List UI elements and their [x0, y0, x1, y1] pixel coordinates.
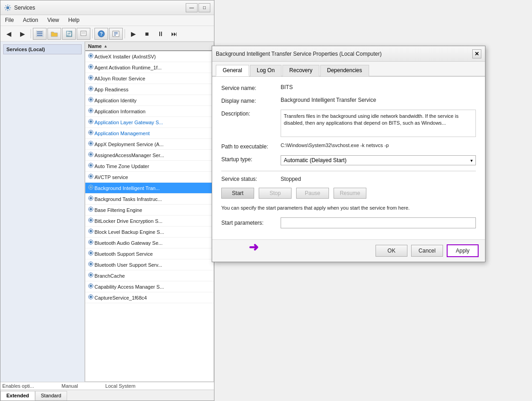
description-row: Description: Transfers files in the back…	[221, 110, 476, 137]
properties-dialog: Background Intelligent Transfer Service …	[212, 46, 485, 262]
tab-dependencies[interactable]: Dependencies	[320, 65, 369, 76]
status-row: Service status: Stopped	[221, 176, 476, 182]
start-button[interactable]: Start	[221, 188, 254, 199]
service-name-value: BITS	[281, 84, 476, 90]
dialog-tabs: General Log On Recovery Dependencies	[212, 62, 485, 77]
status-label: Service status:	[221, 176, 281, 182]
path-value: C:\Windows\System32\svchost.exe -k netsv…	[281, 142, 476, 148]
params-input[interactable]	[281, 217, 476, 228]
display-name-label: Display name:	[221, 97, 281, 104]
startup-value: Automatic (Delayed Start)	[284, 157, 346, 164]
stop-button: Stop	[259, 188, 292, 199]
startup-row: Startup type: Automatic (Delayed Start) …	[221, 155, 476, 165]
path-label: Path to executable:	[221, 142, 281, 150]
arrow-indicator: ➜	[249, 240, 259, 254]
status-value: Stopped	[281, 176, 301, 182]
dialog-title-bar: Background Intelligent Transfer Service …	[212, 46, 485, 62]
display-name-row: Display name: Background Intelligent Tra…	[221, 97, 476, 104]
startup-arrow-icon: ▾	[470, 158, 473, 163]
startup-select[interactable]: Automatic (Delayed Start) ▾	[281, 155, 476, 165]
service-name-label: Service name:	[221, 84, 281, 91]
display-name-value: Background Intelligent Transfer Service	[281, 97, 476, 103]
params-row: Start parameters:	[221, 217, 476, 228]
dialog-title: Background Intelligent Transfer Service …	[216, 51, 382, 57]
dialog-overlay: Background Intelligent Transfer Service …	[0, 0, 532, 401]
apply-button[interactable]: Apply	[447, 244, 479, 257]
dialog-close-button[interactable]: ✕	[472, 49, 481, 58]
dialog-footer: ➜ OK Cancel Apply	[212, 239, 485, 262]
service-buttons: Start Stop Pause Resume	[221, 188, 476, 199]
tab-general[interactable]: General	[216, 65, 249, 76]
resume-button: Resume	[334, 188, 366, 199]
arrow-icon: ➜	[249, 240, 259, 254]
dialog-content: Service name: BITS Display name: Backgro…	[212, 77, 485, 239]
path-row: Path to executable: C:\Windows\System32\…	[221, 142, 476, 150]
cancel-button[interactable]: Cancel	[411, 245, 443, 257]
description-label: Description:	[221, 110, 281, 117]
params-label: Start parameters:	[221, 220, 281, 226]
divider	[221, 171, 476, 171]
ok-button[interactable]: OK	[376, 245, 407, 257]
pause-button: Pause	[296, 188, 329, 199]
tab-recovery[interactable]: Recovery	[282, 65, 319, 76]
info-text: You can specify the start parameters tha…	[221, 204, 476, 212]
description-box: Transfers files in the background using …	[281, 110, 476, 137]
tab-logon[interactable]: Log On	[250, 65, 282, 76]
service-name-row: Service name: BITS	[221, 84, 476, 91]
startup-label: Startup type:	[221, 155, 281, 163]
